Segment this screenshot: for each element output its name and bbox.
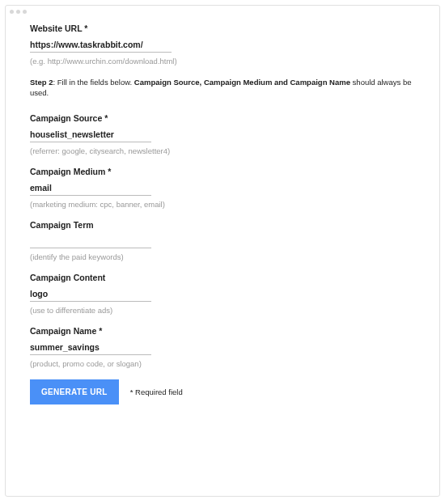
campaign-medium-input[interactable] [30, 181, 151, 196]
campaign-source-label: Campaign Source * [30, 113, 415, 123]
campaign-term-group: Campaign Term (identify the paid keyword… [30, 220, 415, 261]
website-url-label: Website URL * [30, 23, 415, 33]
step2-instruction: Step 2: Fill in the fields below. Campai… [30, 77, 415, 99]
campaign-source-hint: (referrer: google, citysearch, newslette… [30, 146, 415, 155]
required-field-note: * Required field [130, 388, 183, 396]
step2-bold: Campaign Source, Campaign Medium and Cam… [134, 78, 350, 87]
window-dot-icon [16, 10, 20, 14]
url-builder-window: Website URL * (e.g. http://www.urchin.co… [5, 5, 440, 497]
form-content: Website URL * (e.g. http://www.urchin.co… [6, 17, 439, 414]
submit-row: GENERATE URL * Required field [30, 379, 415, 404]
campaign-medium-label: Campaign Medium * [30, 167, 415, 176]
window-dot-icon [23, 10, 27, 14]
campaign-term-input[interactable] [30, 235, 151, 248]
campaign-content-hint: (use to differentiate ads) [30, 306, 415, 315]
campaign-name-label: Campaign Name * [30, 326, 415, 336]
campaign-term-label: Campaign Term [30, 220, 415, 230]
website-url-group: Website URL * (e.g. http://www.urchin.co… [30, 23, 415, 66]
campaign-content-input[interactable] [30, 287, 151, 302]
campaign-name-hint: (product, promo code, or slogan) [30, 359, 415, 368]
campaign-content-group: Campaign Content (use to differentiate a… [30, 273, 415, 315]
campaign-source-group: Campaign Source * (referrer: google, cit… [30, 113, 415, 155]
window-dot-icon [10, 10, 14, 14]
campaign-term-hint: (identify the paid keywords) [30, 252, 415, 261]
campaign-medium-group: Campaign Medium * (marketing medium: cpc… [30, 167, 415, 209]
campaign-source-input[interactable] [30, 128, 151, 142]
step2-prefix: Step 2 [30, 78, 53, 87]
step2-middle: : Fill in the fields below. [53, 78, 134, 87]
window-titlebar [6, 6, 439, 17]
campaign-name-group: Campaign Name * (product, promo code, or… [30, 326, 415, 368]
generate-url-button[interactable]: GENERATE URL [30, 379, 119, 404]
campaign-name-input[interactable] [30, 341, 151, 355]
campaign-content-label: Campaign Content [30, 273, 415, 282]
website-url-hint: (e.g. http://www.urchin.com/download.htm… [30, 57, 415, 66]
campaign-medium-hint: (marketing medium: cpc, banner, email) [30, 200, 415, 209]
website-url-input[interactable] [30, 38, 172, 53]
